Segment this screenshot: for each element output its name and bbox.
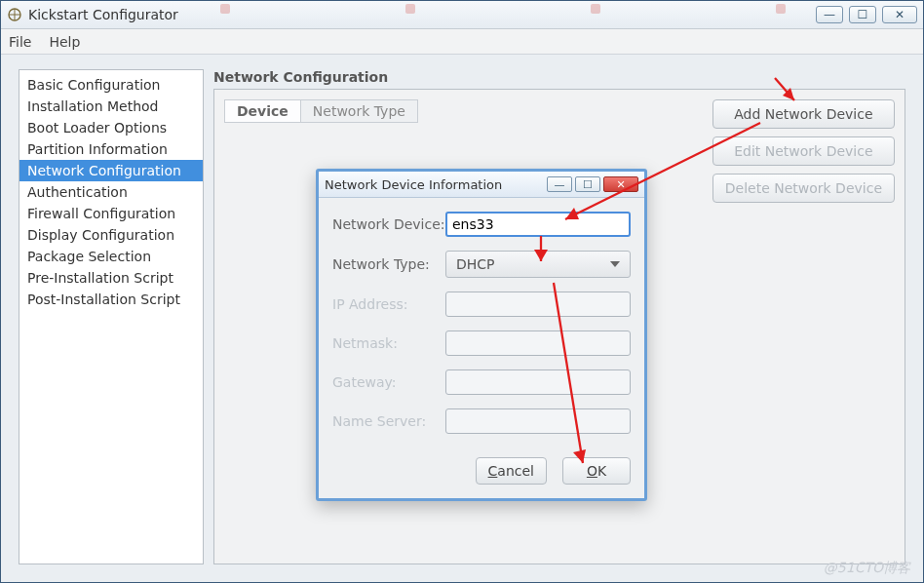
tab-strip: Device Network Type bbox=[224, 99, 418, 123]
sidebar-item-firewall-configuration[interactable]: Firewall Configuration bbox=[19, 203, 203, 224]
chevron-down-icon bbox=[610, 261, 620, 267]
menu-bar: File Help bbox=[1, 29, 923, 55]
input-network-device[interactable] bbox=[445, 212, 631, 237]
tab-network-type[interactable]: Network Type bbox=[301, 100, 417, 122]
sidebar-item-display-configuration[interactable]: Display Configuration bbox=[19, 224, 203, 246]
sidebar-item-package-selection[interactable]: Package Selection bbox=[19, 246, 203, 267]
label-ip-address: IP Address: bbox=[332, 296, 445, 312]
sidebar-item-post-installation-script[interactable]: Post-Installation Script bbox=[19, 289, 203, 310]
sidebar-item-partition-information[interactable]: Partition Information bbox=[19, 138, 203, 160]
network-device-dialog: Network Device Information — ☐ ✕ Network… bbox=[316, 169, 647, 501]
row-network-device: Network Device: bbox=[332, 212, 631, 237]
ok-button[interactable]: OK bbox=[562, 457, 631, 485]
sidebar-item-authentication[interactable]: Authentication bbox=[19, 181, 203, 203]
dialog-window-controls: — ☐ ✕ bbox=[547, 176, 638, 192]
sidebar-item-boot-loader-options[interactable]: Boot Loader Options bbox=[19, 117, 203, 138]
device-action-buttons: Add Network Device Edit Network Device D… bbox=[712, 99, 895, 203]
add-network-device-button[interactable]: Add Network Device bbox=[712, 99, 895, 129]
section-title: Network Configuration bbox=[213, 69, 905, 85]
dialog-body: Network Device: Network Type: DHCP IP Ad… bbox=[319, 198, 644, 451]
close-button[interactable]: ✕ bbox=[882, 6, 917, 23]
row-network-type: Network Type: DHCP bbox=[332, 251, 631, 278]
row-ip-address: IP Address: bbox=[332, 292, 631, 317]
dropdown-network-type[interactable]: DHCP bbox=[445, 251, 631, 278]
dropdown-network-type-value: DHCP bbox=[456, 256, 495, 272]
dialog-title: Network Device Information bbox=[325, 177, 502, 192]
label-network-type: Network Type: bbox=[332, 256, 445, 272]
menu-help[interactable]: Help bbox=[49, 34, 80, 50]
label-name-server: Name Server: bbox=[332, 413, 445, 429]
sidebar-item-basic-configuration[interactable]: Basic Configuration bbox=[19, 74, 203, 96]
ok-mnemonic: O bbox=[587, 463, 597, 479]
input-ip-address bbox=[445, 292, 631, 317]
window-titlebar[interactable]: Kickstart Configurator — ☐ ✕ bbox=[1, 1, 923, 29]
sidebar-item-pre-installation-script[interactable]: Pre-Installation Script bbox=[19, 267, 203, 289]
row-netmask: Netmask: bbox=[332, 330, 631, 356]
label-netmask: Netmask: bbox=[332, 335, 445, 351]
cancel-rest: ancel bbox=[497, 463, 534, 479]
window-title: Kickstart Configurator bbox=[28, 7, 178, 22]
ok-rest: K bbox=[597, 463, 606, 479]
cancel-button[interactable]: Cancel bbox=[476, 457, 547, 485]
dialog-maximize-button[interactable]: ☐ bbox=[575, 176, 600, 192]
window-controls: — ☐ ✕ bbox=[816, 6, 917, 23]
minimize-button[interactable]: — bbox=[816, 6, 843, 23]
input-gateway bbox=[445, 369, 631, 395]
input-netmask bbox=[445, 330, 631, 356]
row-gateway: Gateway: bbox=[332, 369, 631, 395]
watermark: @51CTO博客 bbox=[824, 560, 910, 577]
row-name-server: Name Server: bbox=[332, 408, 631, 434]
maximize-button[interactable]: ☐ bbox=[849, 6, 876, 23]
dialog-minimize-button[interactable]: — bbox=[547, 176, 572, 192]
label-gateway: Gateway: bbox=[332, 374, 445, 390]
dialog-button-row: Cancel OK bbox=[319, 451, 644, 498]
sidebar-item-network-configuration[interactable]: Network Configuration bbox=[19, 160, 203, 181]
dialog-close-button[interactable]: ✕ bbox=[603, 176, 638, 192]
label-network-device: Network Device: bbox=[332, 216, 445, 232]
sidebar-item-installation-method[interactable]: Installation Method bbox=[19, 96, 203, 117]
dialog-titlebar[interactable]: Network Device Information — ☐ ✕ bbox=[319, 172, 644, 198]
cancel-mnemonic: C bbox=[488, 463, 498, 479]
edit-network-device-button: Edit Network Device bbox=[712, 136, 895, 166]
tab-device[interactable]: Device bbox=[225, 100, 301, 122]
sidebar: Basic Configuration Installation Method … bbox=[19, 69, 204, 564]
input-name-server bbox=[445, 408, 631, 434]
background-tab-strip bbox=[220, 4, 786, 14]
delete-network-device-button: Delete Network Device bbox=[712, 174, 895, 203]
app-icon bbox=[7, 7, 22, 22]
menu-file[interactable]: File bbox=[9, 34, 31, 50]
